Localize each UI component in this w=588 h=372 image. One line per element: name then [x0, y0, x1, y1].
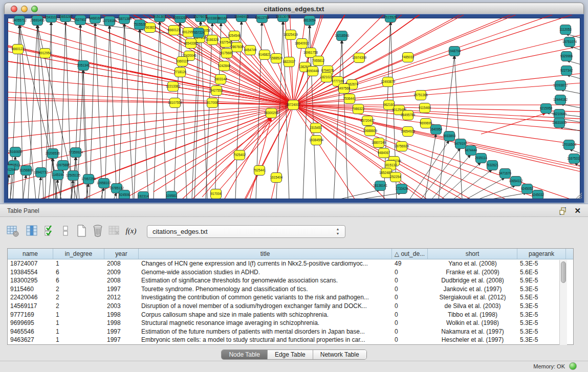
table-panel-header: Table Panel ✕	[0, 204, 588, 217]
memory-ok-indicator	[569, 362, 577, 370]
table-scrollbar[interactable]	[559, 260, 567, 345]
table-cell: 1998	[104, 311, 139, 319]
scrollbar-thumb[interactable]	[561, 261, 566, 283]
table-cell: 2012	[104, 293, 139, 302]
table-cell: Embryonic stem cells: a model to study s…	[139, 336, 392, 344]
column-header-6[interactable]: pagerank	[517, 249, 566, 259]
table-cell: 2003	[104, 302, 139, 311]
float-panel-icon[interactable]	[559, 207, 568, 215]
table-cell: 5.3E-5	[517, 285, 566, 294]
table-cell: 9777169	[8, 311, 53, 319]
table-cell: 9463627	[8, 336, 53, 344]
table-panel: Table Panel ✕ f(x) citat	[0, 204, 588, 372]
close-panel-icon[interactable]: ✕	[574, 206, 581, 215]
table-cell: 5.3E-5	[517, 327, 566, 336]
table-cell: 2009	[104, 268, 139, 277]
table-row[interactable]: 1872400712008Changes of HCN gene express…	[8, 259, 573, 268]
table-row[interactable]: 1830029562008Estimation of significance …	[8, 276, 573, 285]
table-cell: 5.3E-5	[517, 336, 566, 344]
table-cell: 18300295	[8, 276, 53, 285]
window-title: citations_edges.txt	[5, 5, 583, 13]
table-cell: 0	[392, 293, 428, 302]
column-header-0[interactable]: name	[8, 249, 53, 259]
tab-node-table[interactable]: Node Table	[222, 350, 268, 359]
table-cell: 0	[392, 311, 428, 319]
table-cell: 1	[53, 327, 104, 336]
table-cell: Stergiakouli et al. (2012)	[428, 293, 517, 302]
network-view-frame	[4, 14, 584, 203]
table-cell: Tibbo et al. (1998)	[428, 311, 517, 319]
table-cell: 1997	[104, 327, 139, 336]
table-cell: 2	[53, 302, 104, 311]
table-cell: Dudbridge et al. (2008)	[428, 276, 517, 285]
table-cell: 1998	[104, 319, 139, 327]
table-cell: Genome-wide association studies in ADHD.	[139, 268, 392, 277]
network-select-dropdown[interactable]: citations_edges.txt ▲▼	[147, 225, 345, 238]
column-header-5[interactable]: short	[428, 249, 517, 259]
table-cell: Corpus callosum shape and size in male p…	[139, 311, 392, 319]
table-row[interactable]: 1938455462009Genome-wide association stu…	[8, 268, 573, 277]
table-cell: Franke et al. (2009)	[428, 268, 517, 277]
table-cell: Nakamura et al. (1997)	[428, 327, 517, 336]
table-cell: Structural magnetic resonance image aver…	[139, 319, 392, 327]
table-cell: 49	[392, 259, 428, 268]
table-row[interactable]: 977716911998Corpus callosum shape and si…	[8, 311, 573, 319]
table-row[interactable]: 911546021997Tourette syndrome. Phenomeno…	[8, 285, 573, 294]
table-cell: 0	[392, 327, 428, 336]
table-cell: 0	[392, 285, 428, 294]
resize-grip-icon[interactable]	[575, 192, 583, 199]
table-cell: 5.3E-5	[517, 311, 566, 319]
table-cell: 1	[53, 336, 104, 344]
table-cell: 0	[392, 268, 428, 277]
table-cell: 0	[392, 302, 428, 311]
table-row[interactable]: 2242004622012Investigating the contribut…	[8, 293, 573, 302]
table-cell: 2	[53, 285, 104, 294]
table-cell: Jankovic et al. (1997)	[428, 285, 517, 294]
table-cell: 9115460	[8, 285, 53, 294]
table-cell: Investigating the contribution of common…	[139, 293, 392, 302]
table-cell: 1997	[104, 285, 139, 294]
table-cell: 1	[53, 319, 104, 327]
table-row[interactable]: 946362711997Embryonic stem cells: a mode…	[8, 336, 573, 344]
table-row[interactable]: 946554611997Estimation of the future num…	[8, 327, 573, 336]
table-cell: 2008	[104, 276, 139, 285]
table-cell: 5.3E-5	[517, 319, 566, 327]
table-row[interactable]: 1456911722003Disruption of a novel membe…	[8, 302, 573, 311]
table-cell: Disruption of a novel member of a sodium…	[139, 302, 392, 311]
table-cell: Estimation of the future numbers of pati…	[139, 327, 392, 336]
tab-edge-table[interactable]: Edge Table	[268, 350, 313, 359]
table-mode-icon[interactable]	[6, 224, 19, 237]
table-cell: 1	[53, 311, 104, 319]
column-header-2[interactable]: year	[104, 249, 139, 259]
table-cell: 5.3E-5	[517, 302, 566, 311]
delete-table-icon[interactable]	[107, 224, 121, 237]
table-cell: 18724007	[8, 259, 53, 268]
row-selection-icon[interactable]	[59, 224, 72, 237]
table-cell: 2008	[104, 259, 139, 268]
table-cell: 5.9E-5	[517, 276, 566, 285]
window-titlebar[interactable]: citations_edges.txt	[4, 3, 584, 14]
table-cell: 1	[53, 259, 104, 268]
table-row[interactable]: 969969511998Structural magnetic resonanc…	[8, 319, 573, 327]
table-toolbar: f(x) citations_edges.txt ▲▼	[0, 221, 588, 242]
column-header-4[interactable]: △ out_de...	[392, 249, 428, 259]
column-header-1[interactable]: in_degree	[53, 249, 104, 259]
tab-network-table[interactable]: Network Table	[313, 350, 366, 359]
show-columns-icon[interactable]	[25, 224, 38, 237]
status-bar: Memory: OK	[0, 361, 588, 372]
column-header-3[interactable]: title	[139, 249, 392, 259]
table-cell: 5.3E-5	[517, 259, 566, 268]
network-window: citations_edges.txt	[4, 3, 584, 203]
table-cell: 5.6E-5	[517, 268, 566, 277]
function-builder-icon[interactable]: f(x)	[124, 224, 138, 237]
table-cell: 1997	[104, 336, 139, 344]
column-selection-icon[interactable]	[43, 224, 56, 237]
delete-column-icon[interactable]	[91, 224, 104, 237]
table-header-row[interactable]: namein_degreeyeartitle△ out_de...shortpa…	[8, 249, 573, 259]
dropdown-stepper-icon: ▲▼	[335, 227, 341, 237]
table-cell: 22420046	[8, 293, 53, 302]
table-tabs: Node TableEdge TableNetwork Table	[0, 349, 588, 361]
table-cell: 0	[392, 276, 428, 285]
table-cell: 0	[392, 319, 428, 327]
new-column-icon[interactable]	[75, 224, 88, 237]
